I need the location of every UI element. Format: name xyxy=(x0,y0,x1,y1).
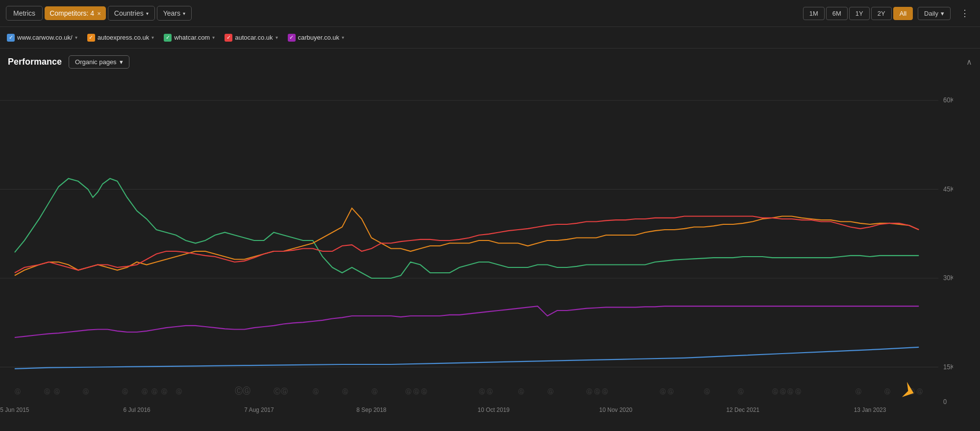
svg-text:7 Aug 2017: 7 Aug 2017 xyxy=(244,406,274,413)
svg-text:Ⓖ: Ⓖ xyxy=(44,388,50,396)
chart-container: 60K 45K 30K 15K 0 Ⓖ Ⓖ Ⓖ Ⓖ Ⓖ Ⓖ Ⓖ Ⓖ Ⓖ ⒸⒼ xyxy=(0,73,980,429)
svg-text:Ⓖ: Ⓖ xyxy=(54,388,60,396)
countries-label: Countries xyxy=(114,9,144,17)
performance-title: Performance xyxy=(8,57,62,67)
interval-dropdown[interactable]: Daily ▾ xyxy=(918,7,951,20)
site-checkbox-autoexpress: ✓ xyxy=(87,34,95,42)
site-whatcar[interactable]: ✓ whatcar.com ▾ xyxy=(164,34,215,42)
svg-rect-0 xyxy=(0,73,953,429)
top-bar: Metrics Competitors: 4 × Countries ▾ Yea… xyxy=(0,0,980,27)
svg-text:Ⓖ: Ⓖ xyxy=(342,388,348,396)
svg-text:Ⓖ: Ⓖ xyxy=(855,388,861,396)
svg-text:Ⓖ: Ⓖ xyxy=(518,388,524,396)
chevron-down-icon: ▾ xyxy=(183,11,185,16)
svg-text:Ⓖ: Ⓖ xyxy=(151,388,157,396)
chevron-down-icon: ▾ xyxy=(342,35,344,40)
organic-pages-dropdown[interactable]: Organic pages ▾ xyxy=(69,55,129,69)
time-range-buttons: 1M 6M 1Y 2Y All xyxy=(803,7,913,20)
chevron-down-icon: ▾ xyxy=(120,58,123,66)
svg-text:60K: 60K xyxy=(943,96,953,104)
svg-text:Ⓖ Ⓖ Ⓖ Ⓖ: Ⓖ Ⓖ Ⓖ Ⓖ xyxy=(772,388,801,396)
svg-text:Ⓖ: Ⓖ xyxy=(313,388,319,396)
organic-pages-label: Organic pages xyxy=(75,58,117,66)
svg-text:Ⓖ: Ⓖ xyxy=(83,388,89,396)
svg-text:Ⓖ: Ⓖ xyxy=(176,388,182,396)
metrics-tab[interactable]: Metrics xyxy=(6,6,43,21)
svg-text:Ⓖ: Ⓖ xyxy=(161,388,167,396)
time-1y-button[interactable]: 1Y xyxy=(849,7,870,20)
years-tab[interactable]: Years ▾ xyxy=(157,6,192,21)
close-icon[interactable]: × xyxy=(97,10,101,17)
svg-text:Ⓖ: Ⓖ xyxy=(372,388,377,396)
site-carbuyer[interactable]: ✓ carbuyer.co.uk ▾ xyxy=(288,34,345,42)
site-label-carwow: www.carwow.co.uk/ xyxy=(17,34,73,41)
chevron-down-icon: ▾ xyxy=(75,35,77,40)
years-label: Years xyxy=(163,9,180,17)
performance-header: Performance Organic pages ▾ ∧ xyxy=(0,48,980,73)
chevron-down-icon: ▾ xyxy=(146,11,149,16)
chevron-down-icon: ▾ xyxy=(276,35,278,40)
site-autoexpress[interactable]: ✓ autoexpress.co.uk ▾ xyxy=(87,34,154,42)
svg-text:6 Jul 2016: 6 Jul 2016 xyxy=(124,406,151,413)
svg-text:Ⓖ Ⓖ Ⓖ: Ⓖ Ⓖ Ⓖ xyxy=(586,388,608,396)
svg-text:Ⓖ: Ⓖ xyxy=(884,388,890,396)
performance-chart: 60K 45K 30K 15K 0 Ⓖ Ⓖ Ⓖ Ⓖ Ⓖ Ⓖ Ⓖ Ⓖ Ⓖ ⒸⒼ xyxy=(0,73,953,429)
competitors-tab[interactable]: Competitors: 4 × xyxy=(45,6,106,20)
competitors-label: Competitors: 4 xyxy=(50,9,94,17)
chevron-down-icon: ▾ xyxy=(151,35,154,40)
time-all-button[interactable]: All xyxy=(893,7,913,20)
site-label-whatcar: whatcar.com xyxy=(174,34,210,41)
svg-text:ⒸⒼ: ⒸⒼ xyxy=(274,387,287,396)
svg-text:Ⓖ Ⓖ: Ⓖ Ⓖ xyxy=(479,388,493,396)
svg-text:Ⓖ: Ⓖ xyxy=(548,388,553,396)
svg-text:10 Oct 2019: 10 Oct 2019 xyxy=(477,406,509,413)
svg-text:12 Dec 2021: 12 Dec 2021 xyxy=(726,406,759,413)
svg-text:Ⓖ: Ⓖ xyxy=(122,388,128,396)
site-autocar[interactable]: ✓ autocar.co.uk ▾ xyxy=(225,34,277,42)
svg-text:45K: 45K xyxy=(943,185,953,193)
svg-text:8 Sep 2018: 8 Sep 2018 xyxy=(356,406,386,413)
chevron-down-icon: ▾ xyxy=(941,10,944,17)
svg-text:10 Nov 2020: 10 Nov 2020 xyxy=(599,406,632,413)
time-6m-button[interactable]: 6M xyxy=(826,7,848,20)
svg-text:Ⓖ Ⓖ: Ⓖ Ⓖ xyxy=(660,388,674,396)
interval-label: Daily xyxy=(924,10,938,17)
svg-text:30K: 30K xyxy=(943,274,953,282)
site-checkbox-autocar: ✓ xyxy=(225,34,232,42)
site-checkbox-carbuyer: ✓ xyxy=(288,34,296,42)
svg-text:Ⓖ: Ⓖ xyxy=(704,388,710,396)
collapse-button[interactable]: ∧ xyxy=(966,57,972,67)
svg-text:0: 0 xyxy=(943,398,947,406)
svg-text:Ⓖ Ⓖ Ⓖ: Ⓖ Ⓖ Ⓖ xyxy=(405,388,427,396)
countries-tab[interactable]: Countries ▾ xyxy=(108,6,155,21)
svg-text:15K: 15K xyxy=(943,363,953,371)
site-label-carbuyer: carbuyer.co.uk xyxy=(298,34,340,41)
svg-text:5 Jun 2015: 5 Jun 2015 xyxy=(0,406,29,413)
time-1m-button[interactable]: 1M xyxy=(803,7,825,20)
chevron-down-icon: ▾ xyxy=(212,35,215,40)
svg-text:ⒸⒼ: ⒸⒼ xyxy=(235,386,251,396)
time-2y-button[interactable]: 2Y xyxy=(871,7,892,20)
site-carwow[interactable]: ✓ www.carwow.co.uk/ ▾ xyxy=(7,34,77,42)
sites-bar: ✓ www.carwow.co.uk/ ▾ ✓ autoexpress.co.u… xyxy=(0,27,980,48)
svg-text:Ⓖ: Ⓖ xyxy=(738,388,744,396)
site-label-autocar: autocar.co.uk xyxy=(235,34,273,41)
site-checkbox-carwow: ✓ xyxy=(7,34,15,42)
site-checkbox-whatcar: ✓ xyxy=(164,34,172,42)
svg-text:Ⓖ: Ⓖ xyxy=(142,388,148,396)
svg-text:Ⓖ: Ⓖ xyxy=(15,388,21,396)
svg-text:13 Jan 2023: 13 Jan 2023 xyxy=(854,406,886,413)
site-label-autoexpress: autoexpress.co.uk xyxy=(98,34,150,41)
more-options-button[interactable]: ⋮ xyxy=(955,6,974,21)
